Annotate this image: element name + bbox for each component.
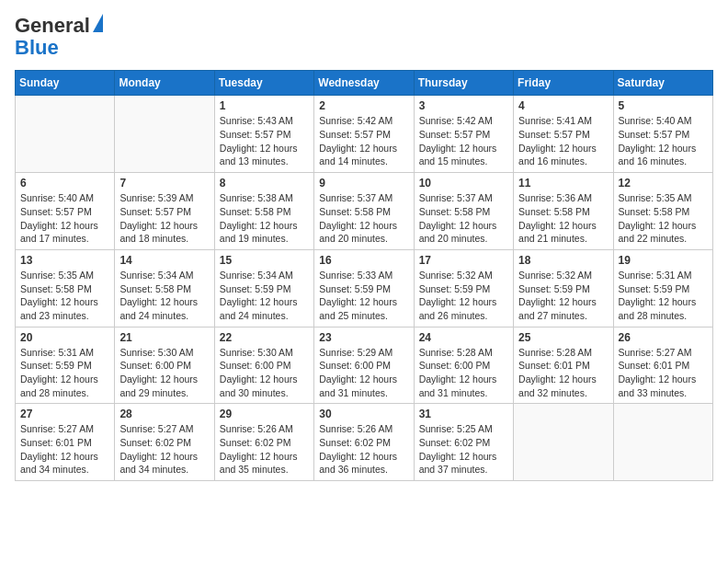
logo-general: General — [15, 15, 90, 37]
day-number: 2 — [319, 99, 408, 112]
day-number: 7 — [119, 177, 209, 190]
day-number: 15 — [220, 254, 309, 267]
day-number: 19 — [619, 254, 708, 267]
day-info: Sunrise: 5:26 AM Sunset: 6:02 PM Dayligh… — [220, 422, 309, 477]
day-number: 6 — [20, 177, 109, 190]
day-number: 14 — [119, 254, 209, 267]
calendar-cell: 24Sunrise: 5:28 AM Sunset: 6:00 PM Dayli… — [414, 327, 513, 404]
day-number: 11 — [518, 177, 608, 190]
day-info: Sunrise: 5:35 AM Sunset: 5:58 PM Dayligh… — [20, 269, 109, 323]
weekday-monday: Monday — [115, 71, 214, 96]
day-number: 27 — [20, 408, 109, 420]
weekday-header-row: SundayMondayTuesdayWednesdayThursdayFrid… — [16, 71, 713, 96]
calendar-table: SundayMondayTuesdayWednesdayThursdayFrid… — [15, 70, 713, 481]
day-number: 5 — [619, 99, 708, 112]
day-number: 17 — [419, 254, 508, 267]
day-number: 23 — [319, 331, 408, 344]
day-info: Sunrise: 5:36 AM Sunset: 5:58 PM Dayligh… — [518, 191, 608, 246]
day-info: Sunrise: 5:43 AM Sunset: 5:57 PM Dayligh… — [220, 114, 309, 168]
calendar-cell: 5Sunrise: 5:40 AM Sunset: 5:57 PM Daylig… — [613, 96, 712, 173]
day-number: 12 — [619, 177, 708, 190]
day-number: 20 — [20, 331, 109, 344]
calendar-cell: 30Sunrise: 5:26 AM Sunset: 6:02 PM Dayli… — [314, 404, 414, 481]
calendar-week-4: 20Sunrise: 5:31 AM Sunset: 5:59 PM Dayli… — [16, 327, 713, 404]
day-info: Sunrise: 5:37 AM Sunset: 5:58 PM Dayligh… — [319, 191, 408, 246]
calendar-cell: 17Sunrise: 5:32 AM Sunset: 5:59 PM Dayli… — [414, 249, 513, 327]
day-number: 9 — [319, 177, 408, 190]
calendar-cell: 22Sunrise: 5:30 AM Sunset: 6:00 PM Dayli… — [214, 327, 313, 404]
calendar-cell: 18Sunrise: 5:32 AM Sunset: 5:59 PM Dayli… — [514, 249, 613, 327]
calendar-cell: 4Sunrise: 5:41 AM Sunset: 5:57 PM Daylig… — [514, 96, 613, 173]
day-number: 24 — [419, 331, 508, 344]
day-info: Sunrise: 5:35 AM Sunset: 5:58 PM Dayligh… — [619, 191, 708, 246]
calendar-cell: 29Sunrise: 5:26 AM Sunset: 6:02 PM Dayli… — [214, 404, 313, 481]
calendar-cell: 8Sunrise: 5:38 AM Sunset: 5:58 PM Daylig… — [214, 173, 313, 250]
calendar-cell: 3Sunrise: 5:42 AM Sunset: 5:57 PM Daylig… — [414, 96, 513, 173]
calendar-cell: 19Sunrise: 5:31 AM Sunset: 5:59 PM Dayli… — [613, 249, 712, 327]
day-info: Sunrise: 5:27 AM Sunset: 6:02 PM Dayligh… — [119, 422, 209, 477]
day-info: Sunrise: 5:37 AM Sunset: 5:58 PM Dayligh… — [419, 191, 508, 246]
day-number: 10 — [419, 177, 508, 190]
weekday-saturday: Saturday — [613, 71, 712, 96]
day-info: Sunrise: 5:33 AM Sunset: 5:59 PM Dayligh… — [319, 269, 408, 323]
calendar-cell: 31Sunrise: 5:25 AM Sunset: 6:02 PM Dayli… — [414, 404, 513, 481]
day-info: Sunrise: 5:29 AM Sunset: 6:00 PM Dayligh… — [319, 346, 408, 400]
day-info: Sunrise: 5:32 AM Sunset: 5:59 PM Dayligh… — [419, 269, 508, 323]
day-info: Sunrise: 5:42 AM Sunset: 5:57 PM Dayligh… — [319, 114, 408, 168]
day-info: Sunrise: 5:27 AM Sunset: 6:01 PM Dayligh… — [20, 422, 109, 477]
calendar-cell: 26Sunrise: 5:27 AM Sunset: 6:01 PM Dayli… — [613, 327, 712, 404]
day-info: Sunrise: 5:28 AM Sunset: 6:01 PM Dayligh… — [518, 346, 608, 400]
calendar-cell: 7Sunrise: 5:39 AM Sunset: 5:57 PM Daylig… — [115, 173, 214, 250]
day-info: Sunrise: 5:32 AM Sunset: 5:59 PM Dayligh… — [518, 269, 608, 323]
calendar-cell — [16, 96, 115, 173]
day-info: Sunrise: 5:39 AM Sunset: 5:57 PM Dayligh… — [119, 191, 209, 246]
day-info: Sunrise: 5:40 AM Sunset: 5:57 PM Dayligh… — [619, 114, 708, 168]
logo: General Blue — [15, 15, 103, 59]
calendar-cell: 23Sunrise: 5:29 AM Sunset: 6:00 PM Dayli… — [314, 327, 414, 404]
day-info: Sunrise: 5:30 AM Sunset: 6:00 PM Dayligh… — [220, 346, 309, 400]
calendar-cell: 28Sunrise: 5:27 AM Sunset: 6:02 PM Dayli… — [115, 404, 214, 481]
day-number: 30 — [319, 408, 408, 420]
day-number: 1 — [220, 99, 309, 112]
calendar-cell — [514, 404, 613, 481]
calendar-cell: 9Sunrise: 5:37 AM Sunset: 5:58 PM Daylig… — [314, 173, 414, 250]
calendar-cell: 20Sunrise: 5:31 AM Sunset: 5:59 PM Dayli… — [16, 327, 115, 404]
day-info: Sunrise: 5:28 AM Sunset: 6:00 PM Dayligh… — [419, 346, 508, 400]
weekday-friday: Friday — [514, 71, 613, 96]
calendar-week-5: 27Sunrise: 5:27 AM Sunset: 6:01 PM Dayli… — [16, 404, 713, 481]
weekday-sunday: Sunday — [16, 71, 115, 96]
weekday-thursday: Thursday — [414, 71, 513, 96]
day-info: Sunrise: 5:34 AM Sunset: 5:58 PM Dayligh… — [119, 269, 209, 323]
calendar-week-1: 1Sunrise: 5:43 AM Sunset: 5:57 PM Daylig… — [16, 96, 713, 173]
day-number: 29 — [220, 408, 309, 420]
day-number: 16 — [319, 254, 408, 267]
day-info: Sunrise: 5:31 AM Sunset: 5:59 PM Dayligh… — [619, 269, 708, 323]
calendar-cell: 11Sunrise: 5:36 AM Sunset: 5:58 PM Dayli… — [514, 173, 613, 250]
day-number: 28 — [119, 408, 209, 420]
day-info: Sunrise: 5:40 AM Sunset: 5:57 PM Dayligh… — [20, 191, 109, 246]
calendar-cell: 25Sunrise: 5:28 AM Sunset: 6:01 PM Dayli… — [514, 327, 613, 404]
day-info: Sunrise: 5:42 AM Sunset: 5:57 PM Dayligh… — [419, 114, 508, 168]
day-number: 21 — [119, 331, 209, 344]
day-info: Sunrise: 5:31 AM Sunset: 5:59 PM Dayligh… — [20, 346, 109, 400]
day-info: Sunrise: 5:26 AM Sunset: 6:02 PM Dayligh… — [319, 422, 408, 477]
calendar-cell: 2Sunrise: 5:42 AM Sunset: 5:57 PM Daylig… — [314, 96, 414, 173]
day-number: 8 — [220, 177, 309, 190]
logo-blue: Blue — [15, 37, 59, 59]
day-info: Sunrise: 5:38 AM Sunset: 5:58 PM Dayligh… — [220, 191, 309, 246]
weekday-wednesday: Wednesday — [314, 71, 414, 96]
day-number: 3 — [419, 99, 508, 112]
day-info: Sunrise: 5:30 AM Sunset: 6:00 PM Dayligh… — [119, 346, 209, 400]
calendar-cell — [613, 404, 712, 481]
calendar-cell: 6Sunrise: 5:40 AM Sunset: 5:57 PM Daylig… — [16, 173, 115, 250]
day-info: Sunrise: 5:25 AM Sunset: 6:02 PM Dayligh… — [419, 422, 508, 477]
weekday-tuesday: Tuesday — [214, 71, 313, 96]
calendar-cell: 27Sunrise: 5:27 AM Sunset: 6:01 PM Dayli… — [16, 404, 115, 481]
calendar-cell — [115, 96, 214, 173]
calendar-cell: 14Sunrise: 5:34 AM Sunset: 5:58 PM Dayli… — [115, 249, 214, 327]
calendar-cell: 12Sunrise: 5:35 AM Sunset: 5:58 PM Dayli… — [613, 173, 712, 250]
calendar-week-2: 6Sunrise: 5:40 AM Sunset: 5:57 PM Daylig… — [16, 173, 713, 250]
calendar-week-3: 13Sunrise: 5:35 AM Sunset: 5:58 PM Dayli… — [16, 249, 713, 327]
day-number: 13 — [20, 254, 109, 267]
calendar-cell: 13Sunrise: 5:35 AM Sunset: 5:58 PM Dayli… — [16, 249, 115, 327]
